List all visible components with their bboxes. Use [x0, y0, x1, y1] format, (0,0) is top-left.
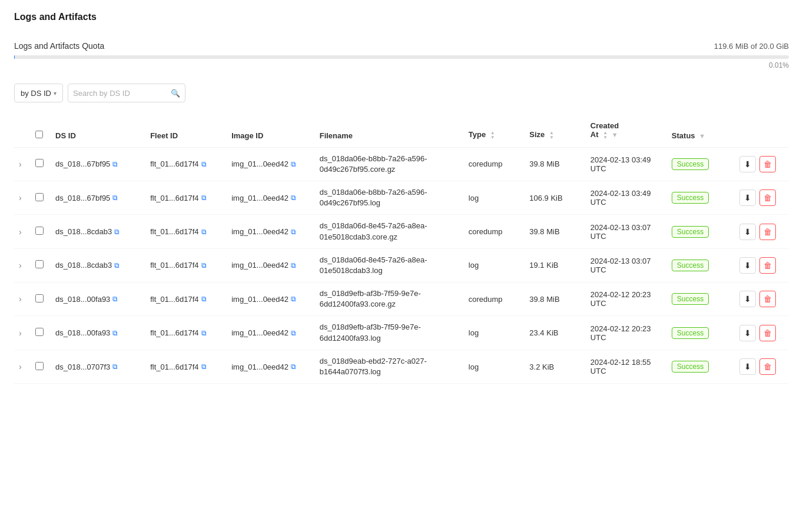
select-all-checkbox[interactable]	[35, 131, 43, 138]
download-button[interactable]: ⬇	[739, 224, 756, 240]
row-type: coredump	[464, 147, 525, 181]
download-button[interactable]: ⬇	[739, 358, 756, 375]
delete-button[interactable]: 🗑	[759, 358, 776, 375]
imageid-external-link-icon[interactable]: ⧉	[291, 363, 296, 371]
filename-value: ds_018da06e-b8bb-7a26-a596-0d49c267bf95.…	[320, 188, 427, 207]
row-expander[interactable]: ›	[14, 181, 31, 214]
type-sort-icons: ▲ ▼	[490, 131, 495, 140]
fleetid-external-link-icon[interactable]: ⧉	[201, 228, 207, 236]
status-filter-icon[interactable]: ▼	[699, 132, 705, 139]
status-badge: Success	[672, 260, 709, 271]
th-imageid: Image ID	[227, 114, 315, 147]
imageid-external-link-icon[interactable]: ⧉	[291, 160, 296, 168]
imageid-external-link-icon[interactable]: ⧉	[291, 329, 296, 337]
size-value: 106.9 KiB	[529, 194, 562, 202]
quota-progress-bar	[14, 55, 789, 59]
fleetid-external-link-icon[interactable]: ⧉	[201, 261, 207, 270]
imageid-external-link-icon[interactable]: ⧉	[291, 261, 296, 270]
fleetid-value: flt_01...6d17f4	[150, 295, 198, 304]
table-row: › ds_018...67bf95 ⧉ flt_01...6d17f4 ⧉ im…	[14, 181, 789, 214]
delete-button[interactable]: 🗑	[759, 156, 776, 172]
download-button[interactable]: ⬇	[739, 325, 756, 341]
row-expander[interactable]: ›	[14, 215, 31, 248]
row-checkbox[interactable]	[35, 159, 44, 167]
row-filename: ds_018d9efb-af3b-7f59-9e7e-6dd12400fa93.…	[315, 316, 464, 350]
row-fleetid: flt_01...6d17f4 ⧉	[145, 316, 227, 350]
status-badge: Success	[672, 192, 709, 204]
row-checkbox[interactable]	[35, 294, 44, 302]
th-type[interactable]: Type ▲ ▼	[464, 114, 525, 147]
imageid-external-link-icon[interactable]: ⧉	[291, 295, 296, 303]
fleetid-external-link-icon[interactable]: ⧉	[201, 160, 207, 168]
row-imageid: img_01...0eed42 ⧉	[227, 181, 315, 214]
imageid-external-link-icon[interactable]: ⧉	[291, 194, 296, 202]
delete-button[interactable]: 🗑	[759, 189, 776, 206]
row-status: Success	[667, 248, 735, 282]
row-status: Success	[667, 350, 735, 383]
row-filename: ds_018d9efb-af3b-7f59-9e7e-6dd12400fa93.…	[315, 282, 464, 316]
row-created: 2024-02-13 03:49 UTC	[586, 181, 667, 214]
row-checkbox[interactable]	[35, 328, 44, 336]
download-button[interactable]: ⬇	[739, 291, 756, 307]
row-type: log	[464, 181, 525, 214]
fleetid-external-link-icon[interactable]: ⧉	[201, 295, 207, 303]
row-expander[interactable]: ›	[14, 316, 31, 350]
dsid-external-link-icon[interactable]: ⧉	[112, 194, 118, 202]
download-button[interactable]: ⬇	[739, 189, 756, 206]
dsid-external-link-icon[interactable]: ⧉	[112, 160, 118, 168]
delete-button[interactable]: 🗑	[759, 224, 776, 240]
row-actions: ⬇ 🗑	[735, 282, 789, 316]
type-value: coredump	[469, 159, 503, 168]
row-created: 2024-02-13 03:49 UTC	[586, 147, 667, 181]
delete-button[interactable]: 🗑	[759, 291, 776, 307]
size-sort-desc: ▼	[549, 135, 554, 140]
th-fleetid: Fleet ID	[145, 114, 227, 147]
row-expander[interactable]: ›	[14, 248, 31, 282]
download-button[interactable]: ⬇	[739, 156, 756, 172]
fleetid-external-link-icon[interactable]: ⧉	[201, 194, 207, 202]
dsid-external-link-icon[interactable]: ⧉	[114, 228, 120, 236]
dsid-external-link-icon[interactable]: ⧉	[112, 363, 118, 371]
chevron-down-icon: ▾	[54, 90, 57, 97]
row-dsid: ds_018...67bf95 ⧉	[51, 147, 145, 181]
row-checkbox-cell	[31, 248, 51, 282]
created-filter-icon[interactable]: ▼	[612, 131, 618, 138]
page-title: Logs and Artifacts	[14, 12, 789, 22]
imageid-external-link-icon[interactable]: ⧉	[291, 228, 296, 236]
download-button[interactable]: ⬇	[739, 257, 756, 274]
th-created[interactable]: CreatedAt ▲ ▼ ▼	[586, 114, 667, 147]
size-value: 23.4 KiB	[529, 328, 558, 337]
search-input[interactable]	[73, 89, 167, 98]
row-checkbox[interactable]	[35, 227, 44, 235]
row-checkbox[interactable]	[35, 193, 44, 201]
row-created: 2024-02-13 03:07 UTC	[586, 248, 667, 282]
dsid-external-link-icon[interactable]: ⧉	[112, 295, 118, 303]
delete-button[interactable]: 🗑	[759, 257, 776, 274]
row-type: log	[464, 350, 525, 383]
dsid-external-link-icon[interactable]: ⧉	[112, 329, 118, 337]
th-size[interactable]: Size ▲ ▼	[525, 114, 586, 147]
ds-id-filter-dropdown[interactable]: by DS ID ▾	[14, 84, 63, 102]
dsid-value: ds_018...67bf95	[55, 159, 110, 168]
row-expander[interactable]: ›	[14, 282, 31, 316]
row-expander[interactable]: ›	[14, 147, 31, 181]
fleetid-external-link-icon[interactable]: ⧉	[201, 329, 207, 337]
dsid-external-link-icon[interactable]: ⧉	[114, 261, 120, 270]
row-expander[interactable]: ›	[14, 350, 31, 383]
table-header-row: DS ID Fleet ID Image ID Filename Type ▲ …	[14, 114, 789, 147]
row-size: 106.9 KiB	[525, 181, 586, 214]
row-dsid: ds_018...00fa93 ⧉	[51, 316, 145, 350]
fleetid-external-link-icon[interactable]: ⧉	[201, 363, 207, 371]
created-value: 2024-02-13 03:07 UTC	[590, 257, 651, 274]
th-filename: Filename	[315, 114, 464, 147]
row-checkbox[interactable]	[35, 260, 44, 268]
row-checkbox[interactable]	[35, 362, 44, 370]
imageid-value: img_01...0eed42	[231, 363, 288, 371]
row-created: 2024-02-13 03:07 UTC	[586, 215, 667, 248]
status-badge: Success	[672, 327, 709, 339]
artifacts-table: DS ID Fleet ID Image ID Filename Type ▲ …	[14, 114, 789, 384]
created-value: 2024-02-13 03:07 UTC	[590, 223, 651, 241]
delete-button[interactable]: 🗑	[759, 325, 776, 341]
th-actions	[735, 114, 789, 147]
created-value: 2024-02-12 20:23 UTC	[590, 290, 651, 308]
